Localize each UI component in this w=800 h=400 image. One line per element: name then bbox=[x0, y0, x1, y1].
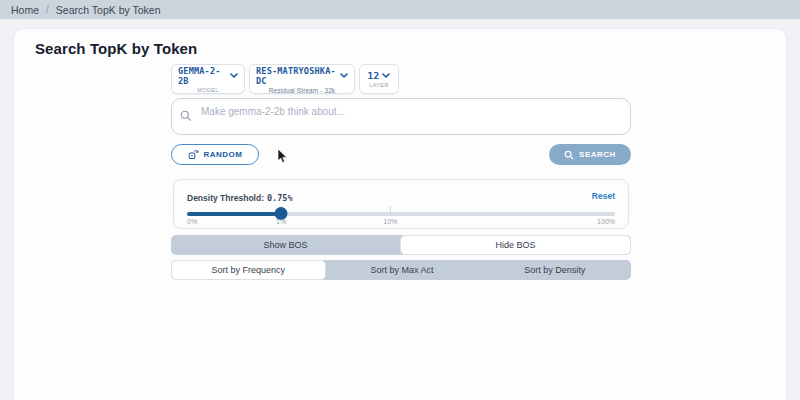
button-row: RANDOM SEARCH bbox=[171, 144, 631, 165]
slider-tick-label: 10% bbox=[383, 218, 397, 225]
breadcrumb-separator: / bbox=[46, 4, 49, 15]
chevron-down-icon bbox=[230, 73, 238, 78]
slider-fill bbox=[187, 212, 281, 216]
hide-bos-button[interactable]: Hide BOS bbox=[400, 235, 631, 255]
main-panel: Search TopK by Token GEMMA-2-2B MODEL RE… bbox=[13, 28, 787, 400]
model-select[interactable]: GEMMA-2-2B MODEL bbox=[171, 64, 245, 94]
slider-tick-label: 0% bbox=[187, 218, 197, 225]
sort-toggle: Sort by Frequency Sort by Max Act Sort b… bbox=[171, 260, 631, 280]
layer-select-caption: LAYER bbox=[369, 82, 389, 89]
reset-link[interactable]: Reset bbox=[592, 191, 615, 201]
bos-toggle: Show BOS Hide BOS bbox=[171, 235, 631, 255]
page-title: Search TopK by Token bbox=[35, 40, 197, 57]
density-threshold-panel: Density Threshold:0.75% Reset 0%1%10%100… bbox=[173, 179, 629, 229]
slider-tick-label: 1% bbox=[276, 218, 286, 225]
search-input[interactable] bbox=[171, 98, 631, 135]
density-threshold-label: Density Threshold: bbox=[187, 193, 264, 203]
source-select-value: RES-MATRYOSHKA-DC bbox=[256, 66, 337, 86]
search-button[interactable]: SEARCH bbox=[549, 144, 631, 165]
slider-tick-labels: 0%1%10%100% bbox=[187, 218, 615, 226]
search-button-label: SEARCH bbox=[579, 150, 616, 159]
density-threshold-value: 0.75% bbox=[267, 193, 293, 203]
model-select-caption: MODEL bbox=[197, 87, 219, 94]
dice-icon bbox=[188, 149, 199, 160]
layer-select[interactable]: 12 LAYER bbox=[359, 64, 399, 94]
model-select-value: GEMMA-2-2B bbox=[178, 66, 227, 86]
breadcrumb-current: Search TopK by Token bbox=[56, 4, 161, 16]
random-button[interactable]: RANDOM bbox=[171, 144, 259, 165]
slider-tick-label: 100% bbox=[597, 218, 615, 225]
search-area bbox=[171, 98, 631, 135]
breadcrumb: Home / Search TopK by Token bbox=[0, 0, 800, 19]
show-bos-button[interactable]: Show BOS bbox=[171, 235, 400, 255]
chevron-down-icon bbox=[340, 73, 348, 78]
source-select[interactable]: RES-MATRYOSHKA-DC Residual Stream - 32k bbox=[249, 64, 355, 94]
source-select-caption: Residual Stream - 32k bbox=[269, 87, 335, 94]
search-icon bbox=[564, 150, 574, 160]
sort-by-density-button[interactable]: Sort by Density bbox=[478, 260, 631, 280]
sort-by-max-act-button[interactable]: Sort by Max Act bbox=[326, 260, 479, 280]
chevron-down-icon bbox=[382, 73, 390, 78]
slider-tick-mark bbox=[390, 206, 391, 215]
selector-row: GEMMA-2-2B MODEL RES-MATRYOSHKA-DC Resid… bbox=[171, 64, 399, 94]
breadcrumb-home-link[interactable]: Home bbox=[11, 4, 39, 16]
random-button-label: RANDOM bbox=[204, 150, 243, 159]
sort-by-frequency-button[interactable]: Sort by Frequency bbox=[171, 260, 326, 280]
layer-select-value: 12 bbox=[368, 71, 380, 81]
search-icon bbox=[180, 110, 192, 122]
